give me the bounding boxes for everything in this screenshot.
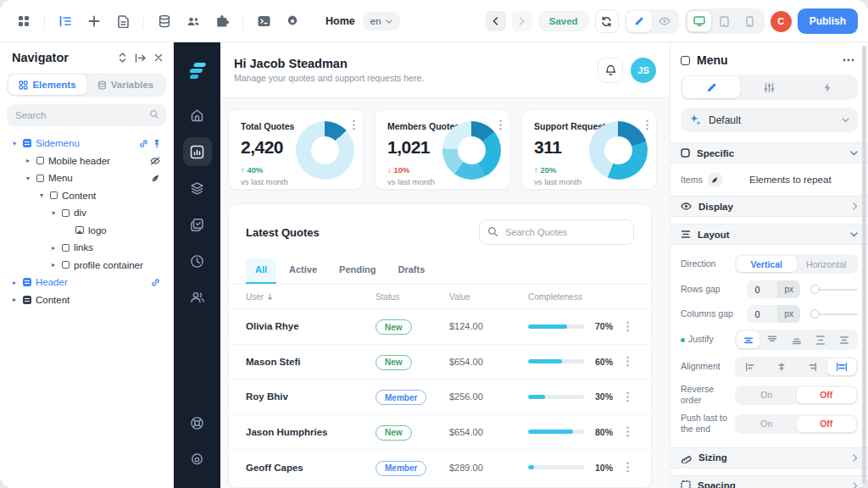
column-status[interactable]: Status <box>376 292 449 302</box>
quote-row[interactable]: Roy Bhiv Member $256.00 30% <box>229 380 651 415</box>
section-display[interactable]: Display <box>670 196 868 217</box>
rows-gap-value[interactable]: 0 <box>747 285 777 295</box>
sort-desc-icon[interactable] <box>267 293 273 301</box>
desktop-device-button[interactable] <box>687 10 712 32</box>
preview-home-icon[interactable] <box>183 101 212 130</box>
row-kebab-menu-icon[interactable] <box>620 356 634 367</box>
tree-caret-icon[interactable]: ▸ <box>26 157 36 164</box>
kebab-menu-icon[interactable] <box>353 119 355 130</box>
tab-interactions[interactable] <box>798 76 856 98</box>
preview-settings-icon[interactable] <box>183 445 212 474</box>
preview-dashboard-icon[interactable] <box>183 137 212 166</box>
tree-caret-icon[interactable]: ▾ <box>52 209 62 217</box>
apps-grid-icon[interactable] <box>12 9 36 33</box>
preview-history-icon[interactable] <box>183 247 212 275</box>
close-icon[interactable] <box>154 53 163 62</box>
tree-row[interactable]: ▾ Sidemenu <box>7 135 166 152</box>
preview-support-icon[interactable] <box>183 408 212 437</box>
tree-row[interactable]: ▸ Header <box>7 274 166 291</box>
preview-users-icon[interactable] <box>183 283 212 312</box>
quotes-tab[interactable]: Pending <box>330 258 385 284</box>
stat-card[interactable]: Support Requests 311 ↑ 20% vs last month <box>521 109 657 190</box>
push-on-option[interactable]: On <box>737 416 797 432</box>
plugins-icon[interactable] <box>210 9 234 33</box>
column-user[interactable]: User <box>246 292 264 302</box>
members-icon[interactable] <box>181 9 205 33</box>
console-icon[interactable] <box>252 9 275 33</box>
push-off-option[interactable]: Off <box>797 416 857 432</box>
kebab-menu-icon[interactable] <box>646 119 648 130</box>
tree-row[interactable]: ▾ Menu <box>7 169 166 187</box>
tree-caret-icon[interactable]: ▾ <box>26 175 36 182</box>
quotes-tab[interactable]: Drafts <box>388 258 434 284</box>
tree-caret-icon[interactable]: ▸ <box>52 261 62 269</box>
quote-row[interactable]: Olivia Rhye New $124.00 70% <box>229 309 651 345</box>
collapse-expand-icon[interactable] <box>119 53 126 63</box>
slider-knob[interactable] <box>810 309 820 319</box>
section-sizing[interactable]: Sizing <box>670 447 868 469</box>
tab-elements[interactable]: Elements <box>8 75 86 95</box>
quotes-tab[interactable]: All <box>246 258 276 284</box>
quotes-tab[interactable]: Active <box>280 258 326 284</box>
mobile-device-button[interactable] <box>737 10 763 32</box>
slider-knob[interactable] <box>810 285 820 294</box>
database-icon[interactable] <box>153 9 176 33</box>
row-kebab-menu-icon[interactable] <box>620 462 634 473</box>
tree-row[interactable]: ▸ Content <box>7 291 166 309</box>
column-completeness[interactable]: Completeness <box>528 292 620 302</box>
style-selector[interactable]: Default <box>681 108 858 132</box>
sync-button[interactable] <box>595 9 619 33</box>
row-kebab-menu-icon[interactable] <box>620 321 634 332</box>
tree-row[interactable]: ▸ Mobile header <box>7 152 166 170</box>
tree-caret-icon[interactable]: ▸ <box>13 296 23 303</box>
items-value[interactable]: Elements to repeat <box>723 175 858 185</box>
notifications-button[interactable] <box>598 58 623 83</box>
preview-tasks-icon[interactable] <box>183 210 212 239</box>
row-kebab-menu-icon[interactable] <box>620 426 634 437</box>
columns-gap-value[interactable]: 0 <box>747 309 777 319</box>
redo-button[interactable] <box>512 11 532 31</box>
settings-icon[interactable] <box>281 9 304 33</box>
publish-button[interactable]: Publish <box>798 8 858 34</box>
dock-panel-icon[interactable] <box>135 53 146 63</box>
rows-gap-slider[interactable] <box>812 289 858 291</box>
tablet-device-button[interactable] <box>712 10 737 32</box>
justify-around-button[interactable] <box>833 331 856 348</box>
tree-row[interactable]: ▸ links <box>7 239 166 257</box>
quotes-search-input[interactable] <box>479 219 634 245</box>
section-spacing[interactable]: Spacing <box>670 475 868 488</box>
section-specific[interactable]: Specific <box>670 142 868 164</box>
items-edit-button[interactable] <box>708 172 723 187</box>
columns-gap-input[interactable]: 0 px <box>747 305 800 323</box>
preview-user-avatar[interactable]: JS <box>631 58 656 83</box>
hidden-eye-icon[interactable] <box>150 157 160 165</box>
page-title[interactable]: Home <box>326 15 355 27</box>
align-right-button[interactable] <box>797 358 826 375</box>
justify-center-button[interactable] <box>737 331 760 348</box>
navigator-tree-icon[interactable] <box>53 9 77 33</box>
quote-row[interactable]: Mason Stefi New $654.00 60% <box>229 345 651 380</box>
tree-row[interactable]: ▸ profile container <box>7 257 166 274</box>
tree-row[interactable]: ▾ div <box>7 204 166 222</box>
align-left-button[interactable] <box>737 358 766 375</box>
justify-between-button[interactable] <box>809 331 832 348</box>
quote-row[interactable]: Jason Humphries New $654.00 80% <box>229 415 651 451</box>
tab-settings-sliders[interactable] <box>740 76 798 98</box>
align-center-button[interactable] <box>767 358 797 375</box>
tree-row[interactable]: logo <box>7 222 166 240</box>
columns-gap-slider[interactable] <box>812 313 858 315</box>
account-avatar[interactable]: C <box>771 11 792 32</box>
more-options-icon[interactable] <box>843 58 854 62</box>
edit-mode-button[interactable] <box>626 11 652 32</box>
justify-end-button[interactable] <box>785 331 808 348</box>
row-kebab-menu-icon[interactable] <box>620 391 634 402</box>
preview-layers-icon[interactable] <box>183 174 212 202</box>
justify-start-button[interactable] <box>760 331 783 348</box>
direction-horizontal-option[interactable]: Horizontal <box>797 256 857 272</box>
reverse-off-option[interactable]: Off <box>797 387 857 403</box>
tree-caret-icon[interactable]: ▸ <box>13 279 23 286</box>
reverse-on-option[interactable]: On <box>737 387 797 403</box>
navigator-search-input[interactable] <box>7 104 166 126</box>
add-element-icon[interactable] <box>82 9 106 33</box>
locale-selector[interactable]: en <box>363 12 400 30</box>
